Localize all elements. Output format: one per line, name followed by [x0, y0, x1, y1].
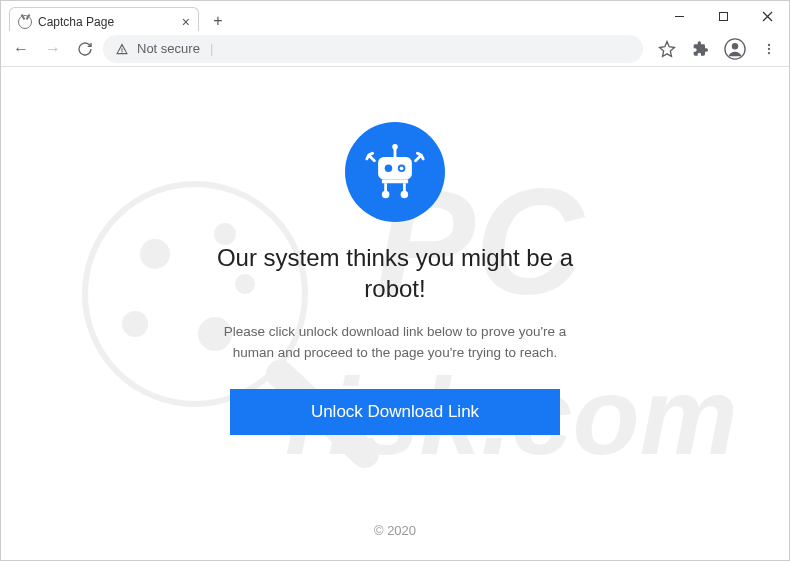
unlock-download-button[interactable]: Unlock Download Link: [230, 389, 560, 435]
close-tab-icon[interactable]: ×: [182, 14, 190, 30]
svg-point-23: [400, 166, 404, 170]
svg-point-13: [125, 314, 145, 334]
page-content: PC risk.com Our system thinks you: [1, 67, 789, 560]
svg-rect-24: [382, 180, 408, 184]
close-window-button[interactable]: [745, 1, 789, 31]
browser-window: Captcha Page × + ← → Not secure |: [0, 0, 790, 561]
svg-point-11: [143, 242, 167, 266]
page-headline: Our system thinks you might be a robot!: [215, 242, 575, 304]
toolbar: ← → Not secure |: [1, 31, 789, 67]
forward-button[interactable]: →: [39, 35, 67, 63]
toolbar-right: [647, 35, 783, 63]
separator: |: [210, 41, 213, 56]
svg-point-21: [385, 165, 393, 173]
profile-button[interactable]: [721, 35, 749, 63]
title-bar: Captcha Page × +: [1, 1, 789, 31]
svg-point-6: [768, 43, 770, 45]
svg-point-8: [768, 51, 770, 53]
window-controls: [657, 1, 789, 31]
menu-button[interactable]: [755, 35, 783, 63]
minimize-button[interactable]: [657, 1, 701, 31]
bookmark-icon[interactable]: [653, 35, 681, 63]
page-subtext: Please click unlock download link below …: [215, 322, 575, 363]
svg-point-28: [401, 191, 409, 199]
copyright: © 2020: [1, 523, 789, 538]
not-secure-icon: [115, 42, 129, 56]
back-button[interactable]: ←: [7, 35, 35, 63]
security-label: Not secure: [137, 41, 200, 56]
svg-rect-1: [719, 12, 727, 20]
address-bar[interactable]: Not secure |: [103, 35, 643, 63]
svg-point-19: [392, 144, 398, 150]
tab-strip: Captcha Page × +: [1, 1, 657, 35]
svg-point-27: [382, 191, 390, 199]
globe-icon: [18, 15, 32, 29]
tab-title: Captcha Page: [38, 15, 114, 29]
extensions-icon[interactable]: [687, 35, 715, 63]
svg-point-7: [768, 47, 770, 49]
reload-button[interactable]: [71, 35, 99, 63]
svg-rect-20: [378, 157, 412, 180]
maximize-button[interactable]: [701, 1, 745, 31]
svg-point-5: [732, 43, 738, 49]
svg-point-12: [217, 226, 233, 242]
robot-icon: [345, 122, 445, 222]
